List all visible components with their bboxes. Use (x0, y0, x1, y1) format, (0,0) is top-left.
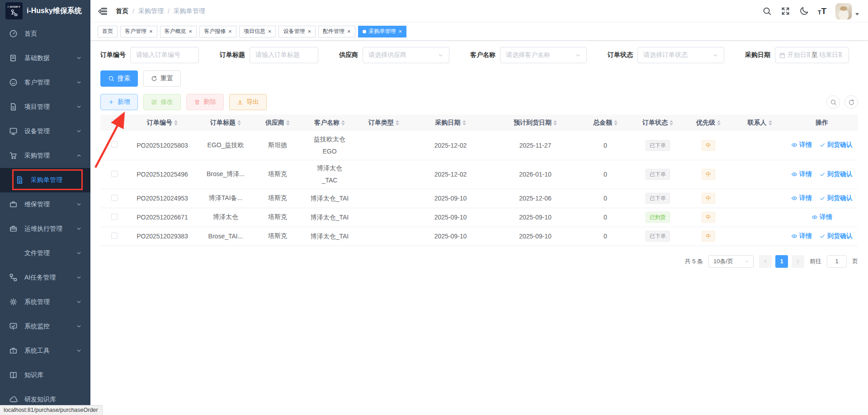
tab-close-icon[interactable]: × (268, 28, 272, 34)
goto-page-input[interactable]: 1 (827, 255, 847, 268)
tab-active[interactable]: 采购单管理× (358, 26, 407, 37)
sidebar-item[interactable]: 采购管理 (0, 144, 90, 168)
breadcrumb-item[interactable]: 采购单管理 (174, 7, 205, 15)
tab-label: 项目信息 (244, 28, 265, 35)
detail-link[interactable]: 详情 (791, 141, 812, 149)
tab[interactable]: 项目信息× (239, 26, 276, 37)
tab-close-icon[interactable]: × (189, 28, 193, 34)
search-icon[interactable] (762, 6, 772, 16)
edit-button[interactable]: 修改 (143, 94, 181, 110)
column-header[interactable]: 订单标题 (196, 115, 255, 131)
filter-select[interactable]: 请选择订单状态 (637, 47, 724, 63)
sort-caret-icon[interactable] (553, 120, 557, 126)
avatar-caret-down-icon[interactable] (855, 13, 859, 15)
arrival-confirm-link[interactable]: 到货确认 (819, 170, 853, 178)
export-button[interactable]: 导出 (229, 94, 267, 110)
row-checkbox[interactable] (111, 214, 118, 220)
sidebar-item[interactable]: AI任务管理 (0, 266, 90, 290)
tab[interactable]: 首页 (98, 26, 118, 37)
column-header[interactable]: 供应商 (255, 115, 300, 131)
prev-page-button[interactable] (759, 255, 772, 268)
sidebar-item[interactable]: 运维执行管理 (0, 217, 90, 241)
filter-text-input[interactable]: 请输入订单标题 (250, 47, 318, 63)
tab[interactable]: 配件管理× (318, 26, 355, 37)
detail-link[interactable]: 详情 (791, 194, 812, 202)
filter-select[interactable]: 请选择供应商 (363, 47, 449, 63)
sidebar-item[interactable]: 首页 (0, 22, 90, 46)
select-all-checkbox[interactable] (111, 119, 118, 126)
column-header[interactable]: 订单类型 (359, 115, 409, 131)
tab-close-icon[interactable]: × (228, 28, 232, 34)
sort-caret-icon[interactable] (717, 120, 721, 126)
user-avatar[interactable] (835, 3, 852, 19)
sort-caret-icon[interactable] (462, 120, 466, 126)
delete-button[interactable]: 删除 (186, 94, 224, 110)
sidebar-collapse-icon[interactable] (98, 6, 108, 16)
row-checkbox[interactable] (111, 171, 118, 177)
sidebar-item-active[interactable]: 采购单管理 (0, 168, 90, 192)
sidebar-item[interactable]: 系统工具 (0, 339, 90, 363)
row-checkbox[interactable] (111, 195, 118, 201)
sidebar-item[interactable]: 基础数据 (0, 46, 90, 70)
breadcrumb-item[interactable]: 采购管理 (138, 7, 164, 15)
sidebar-item[interactable]: 客户管理 (0, 70, 90, 95)
chevron-down-icon (744, 259, 750, 264)
column-header[interactable]: 客户名称 (300, 115, 359, 131)
column-header[interactable]: 优先级 (683, 115, 734, 131)
sidebar-item[interactable]: 知识库 (0, 363, 90, 387)
detail-link[interactable]: 详情 (791, 170, 812, 178)
page-size-select[interactable]: 10条/页 (708, 255, 754, 268)
tab-close-icon[interactable]: × (399, 28, 402, 34)
arrival-confirm-link[interactable]: 到货确认 (819, 194, 853, 202)
row-checkbox[interactable] (111, 233, 118, 239)
sidebar-item[interactable]: 系统管理 (0, 290, 90, 314)
sort-caret-icon[interactable] (237, 120, 241, 126)
arrival-confirm-link[interactable]: 到货确认 (819, 141, 853, 149)
sort-caret-icon[interactable] (286, 120, 290, 126)
sidebar-item[interactable]: 系统监控 (0, 314, 90, 339)
column-header[interactable]: 操作 (786, 115, 858, 131)
reset-button[interactable]: 重置 (143, 70, 181, 87)
column-header[interactable]: 联系人 (734, 115, 786, 131)
tab[interactable]: 客户概览× (160, 26, 197, 37)
row-checkbox[interactable] (111, 141, 118, 148)
refresh-table-button[interactable] (844, 95, 858, 109)
sidebar-item[interactable]: 维保管理 (0, 192, 90, 217)
tab[interactable]: 客户报修× (199, 26, 236, 37)
detail-link[interactable]: 详情 (811, 213, 832, 221)
tab[interactable]: 客户管理× (120, 26, 157, 37)
add-button[interactable]: 新增 (100, 94, 138, 110)
fullscreen-icon[interactable] (781, 6, 790, 16)
sort-caret-icon[interactable] (614, 120, 618, 126)
page-number-1[interactable]: 1 (775, 255, 788, 268)
tab-close-icon[interactable]: × (149, 28, 153, 34)
pagination: 共 5 条 10条/页 1 前往 1 页 (100, 255, 858, 268)
sort-caret-icon[interactable] (769, 120, 772, 126)
sidebar-item[interactable]: 设备管理 (0, 119, 90, 144)
toggle-search-button[interactable] (826, 95, 840, 109)
tab-close-icon[interactable]: × (307, 28, 311, 34)
column-header[interactable]: 总金额 (578, 115, 632, 131)
column-header[interactable]: 订单状态 (632, 115, 683, 131)
arrival-confirm-link[interactable]: 到货确认 (819, 232, 853, 240)
column-header[interactable]: 采购日期 (409, 115, 492, 131)
column-header[interactable]: 订单编号 (128, 115, 196, 131)
font-size-icon[interactable]: TT (818, 7, 826, 15)
sidebar-item[interactable]: 项目管理 (0, 95, 90, 119)
filter-text-input[interactable]: 请输入订单编号 (130, 47, 199, 63)
sort-caret-icon[interactable] (670, 120, 673, 126)
detail-link[interactable]: 详情 (791, 232, 812, 240)
tab-close-icon[interactable]: × (347, 28, 351, 34)
sidebar-item[interactable]: 文件管理 (0, 241, 90, 266)
next-page-button[interactable] (792, 255, 804, 268)
sort-caret-icon[interactable] (174, 120, 178, 126)
search-button[interactable]: 搜索 (100, 70, 138, 87)
column-header[interactable]: 预计到货日期 (492, 115, 578, 131)
filter-select[interactable]: 请选择客户名称 (500, 47, 587, 63)
sort-caret-icon[interactable] (396, 120, 399, 126)
dark-mode-moon-icon[interactable] (799, 6, 809, 16)
filter-date-range[interactable]: 开始日期至结束日期 (775, 47, 849, 63)
tab[interactable]: 设备管理× (278, 26, 316, 37)
breadcrumb-item[interactable]: 首页 (116, 7, 128, 15)
sort-caret-icon[interactable] (341, 120, 345, 126)
